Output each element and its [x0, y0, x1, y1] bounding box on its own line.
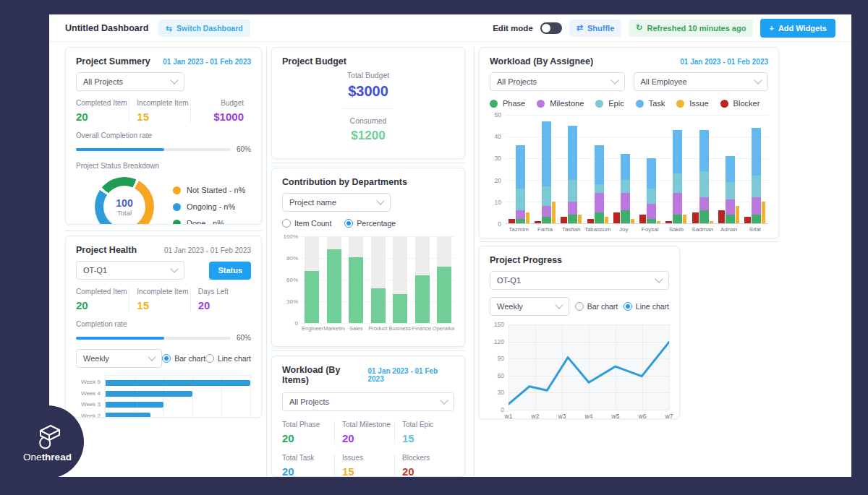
dropdown-value: All Projects	[289, 397, 329, 406]
stack-segment-epic	[568, 180, 577, 202]
add-widgets-label: Add Widgets	[778, 24, 827, 33]
blocker-bar	[535, 221, 541, 223]
period-filter-dropdown[interactable]: Weekly	[76, 349, 162, 368]
chevron-down-icon	[555, 301, 563, 309]
stack-segment-epic	[516, 189, 525, 210]
legend-label: Epic	[608, 99, 624, 108]
edit-mode-toggle[interactable]	[540, 22, 562, 34]
completion-rate-label: Completion rate	[76, 320, 251, 328]
project-filter-dropdown[interactable]: All Projects	[490, 72, 625, 91]
y-axis-label: 150	[494, 321, 504, 328]
stat-value: 15	[137, 111, 182, 123]
gridline	[509, 410, 669, 410]
assignee-bar-group	[639, 115, 660, 223]
total-budget-value: $3000	[348, 83, 388, 100]
consumed-label: Consumed	[350, 116, 387, 125]
status-donut-chart: 100 Total	[95, 177, 154, 225]
x-axis-labels: w1w2w3w4w5w6w7	[509, 413, 669, 419]
stacked-bar	[752, 115, 761, 223]
bar	[437, 267, 451, 323]
blocker-bar	[692, 212, 699, 223]
project-filter-dropdown[interactable]: OT-Q1	[490, 271, 669, 290]
stacked-bar	[568, 115, 577, 223]
radio-label: Percentage	[357, 219, 396, 228]
status-button[interactable]: Status	[209, 262, 251, 280]
stat-value: 15	[137, 299, 182, 311]
legend-item: Not Started - n%	[173, 186, 245, 194]
stat-label: Completed Item	[76, 288, 122, 296]
stat-value: $1000	[198, 111, 244, 123]
dropdown-value: All Projects	[497, 77, 537, 86]
line-chart-radio[interactable]: Line chart	[205, 354, 251, 363]
y-axis-label: 40	[495, 133, 501, 140]
item-count-radio[interactable]: Item Count	[282, 219, 331, 228]
legend-item: Epic	[595, 99, 624, 108]
stack-segment-milestone	[542, 206, 551, 217]
project-name-dropdown[interactable]: Project name	[282, 193, 391, 212]
y-axis-label: 10	[495, 199, 501, 206]
stat-days-left: Days Left 20	[190, 288, 251, 311]
switch-icon: ⇆	[166, 24, 172, 33]
employee-filter-dropdown[interactable]: All Employee	[634, 72, 769, 91]
x-axis-label: w7	[665, 413, 673, 419]
bar-track	[327, 236, 341, 323]
refreshed-button[interactable]: ↻ Refreshed 10 minutes ago	[629, 20, 753, 37]
stack-segment-phase	[699, 210, 709, 223]
refreshed-label: Refreshed 10 minutes ago	[647, 24, 746, 33]
blocker-bar	[561, 217, 567, 223]
line-chart-radio[interactable]: Line chart	[624, 302, 669, 311]
stack-segment-epic	[752, 176, 761, 197]
stacked-bar	[516, 115, 525, 223]
stack-segment-epic	[699, 171, 709, 197]
period-filter-dropdown[interactable]: Weekly	[490, 297, 569, 316]
x-axis-label: Sakib	[663, 226, 689, 233]
bar-row	[106, 380, 250, 386]
y-axis-label: 30	[495, 155, 501, 162]
project-filter-dropdown[interactable]: OT-Q1	[76, 261, 184, 280]
x-axis-label: Foysal	[637, 226, 663, 233]
y-axis-label: Week 4	[76, 389, 101, 398]
chevron-down-icon	[170, 76, 178, 84]
stack-segment-epic	[621, 180, 630, 193]
stat-value: 20	[76, 111, 122, 123]
progress-bar	[76, 148, 231, 151]
issue-bar	[683, 215, 686, 223]
legend-dot-icon	[676, 100, 684, 108]
shuffle-button[interactable]: ⇄ Shuffle	[569, 20, 622, 37]
shuffle-icon: ⇄	[576, 23, 583, 33]
blocker-bar	[613, 212, 620, 223]
blocker-bar	[587, 219, 594, 223]
percentage-radio[interactable]: Percentage	[344, 219, 396, 228]
add-widgets-button[interactable]: + Add Widgets	[760, 19, 835, 38]
grid-guide	[474, 47, 475, 477]
x-axis-label: Adnan	[715, 226, 741, 233]
project-progress-card: Project Progress OT-Q1 Weekly Bar chart …	[479, 246, 680, 419]
stack-segment-task	[647, 158, 656, 189]
project-filter-dropdown[interactable]: All Projects	[76, 72, 184, 91]
legend-item: Ongoing - n%	[173, 202, 245, 211]
bar-chart-radio[interactable]: Bar chart	[162, 354, 205, 363]
y-axis-label: Week 5	[76, 377, 101, 387]
gridline	[669, 324, 670, 410]
x-axis-label: w2	[532, 413, 540, 419]
bar	[393, 294, 407, 323]
stack-segment-phase	[647, 219, 656, 223]
x-axis-label: Finance	[411, 325, 433, 332]
x-axis-label: Tabassum	[584, 226, 610, 233]
x-axis-label: w1	[505, 413, 513, 419]
project-filter-dropdown[interactable]: All Projects	[282, 392, 454, 411]
grid-guide	[479, 241, 779, 242]
radio-icon	[162, 354, 171, 363]
stacked-bar	[621, 115, 630, 223]
stat-label: Total Task	[282, 454, 327, 462]
bar-chart-radio[interactable]: Bar chart	[575, 302, 618, 311]
stack-segment-milestone	[568, 202, 577, 215]
legend-label: Phase	[503, 99, 525, 108]
x-axis-label: Sadman	[689, 226, 715, 233]
donut-total-label: Total	[117, 209, 132, 217]
bar-track	[415, 236, 430, 323]
stack-segment-milestone	[516, 210, 525, 219]
issue-bar	[631, 219, 634, 223]
bar-row	[106, 391, 250, 397]
switch-dashboard-button[interactable]: ⇆ Switch Dashboard	[158, 20, 250, 37]
